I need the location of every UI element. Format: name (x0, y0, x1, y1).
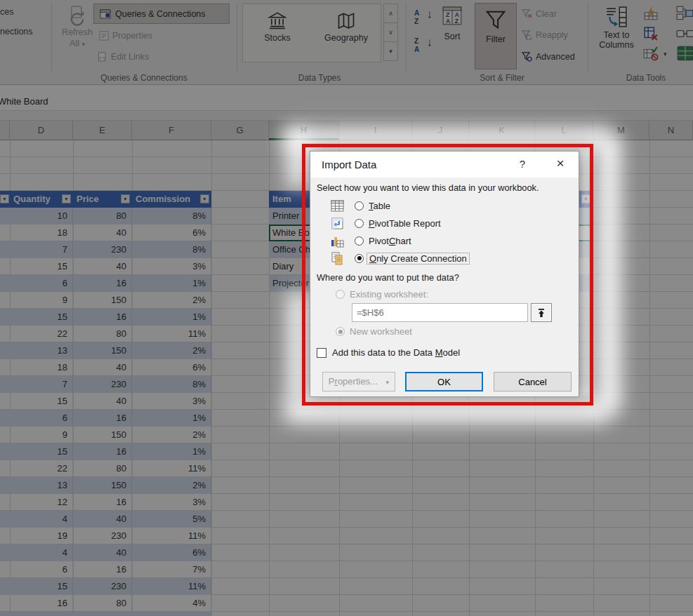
help-icon[interactable]: ? (515, 158, 529, 170)
dialog-title: Import Data (322, 159, 376, 170)
radio-table[interactable] (355, 201, 364, 210)
where-question-label: Where do you want to put the data? (317, 272, 459, 283)
radio-new-worksheet[interactable] (336, 327, 345, 336)
cancel-button[interactable]: Cancel (494, 372, 572, 391)
radio-pivotchart[interactable] (355, 236, 364, 246)
properties-split-button[interactable]: Properties... ▾ (322, 372, 395, 391)
radio-existing-worksheet[interactable] (336, 290, 345, 299)
ok-button[interactable]: OK (405, 372, 483, 391)
option-pivotchart[interactable]: PivotChart (331, 233, 411, 248)
range-input[interactable] (352, 303, 528, 322)
option-existing-worksheet[interactable]: Existing worksheet: (336, 289, 428, 300)
excel-window: ces nections Refresh All ▾ Queries & Con… (0, 0, 693, 616)
option-only-create-connection[interactable]: Only Create Connection (331, 250, 470, 266)
dialog-title-bar: Import Data ? × (310, 152, 579, 178)
connection-icon (331, 252, 344, 265)
import-data-dialog: Import Data ? × Select how you want to v… (310, 151, 579, 397)
option-table-label: Table (369, 201, 390, 211)
add-data-model-option[interactable]: Add this data to the Data Model (317, 347, 460, 358)
pivotchart-icon (331, 234, 344, 248)
new-worksheet-label: New worksheet (350, 326, 412, 337)
close-icon[interactable]: × (552, 156, 569, 171)
highlight-glow (597, 135, 621, 413)
option-table[interactable]: Table (331, 198, 390, 213)
option-only-create-connection-label: Only Create Connection (367, 253, 470, 265)
data-model-label: Add this data to the Data Model (332, 347, 460, 358)
properties-dropdown-arrow: ▾ (386, 379, 390, 386)
option-pivottable-report[interactable]: PivotTable Report (331, 215, 441, 231)
radio-pivottable[interactable] (355, 219, 364, 228)
existing-worksheet-label: Existing worksheet: (350, 289, 428, 300)
collapse-dialog-button[interactable] (531, 303, 552, 322)
option-pivottable-label: PivotTable Report (369, 218, 441, 229)
collapse-range-icon (536, 308, 546, 318)
pivottable-icon (331, 217, 344, 230)
option-pivotchart-label: PivotChart (369, 236, 411, 246)
option-new-worksheet[interactable]: New worksheet (336, 326, 412, 337)
dialog-instruction: Select how you want to view this data in… (317, 182, 539, 193)
data-model-checkbox[interactable] (317, 348, 326, 358)
table-icon (331, 199, 344, 213)
radio-only-create-connection[interactable] (355, 254, 364, 263)
